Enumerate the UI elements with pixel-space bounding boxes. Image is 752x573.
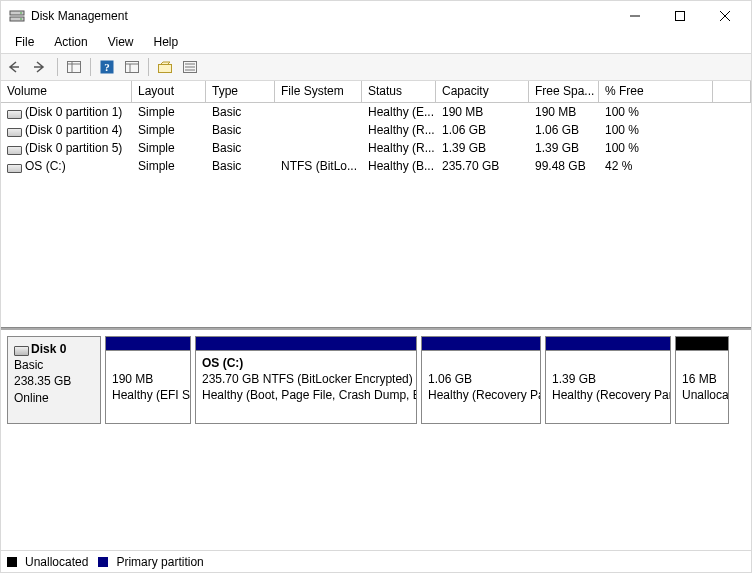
cell-pct: 100 % [599,122,713,138]
cell-status: Healthy (E... [362,104,436,120]
close-button[interactable] [702,2,747,30]
svg-point-2 [20,12,22,14]
partition-status: Unallocated [682,387,722,403]
app-icon [9,8,25,24]
cell-fs [275,147,362,149]
volume-list[interactable]: Volume Layout Type File System Status Ca… [1,81,751,328]
partition-status: Healthy (Recovery Partition) [552,387,664,403]
show-hide-tree-button[interactable] [63,56,85,78]
partition-title [682,355,722,371]
properties-button[interactable] [179,56,201,78]
col-volume[interactable]: Volume [1,81,132,103]
cell-layout: Simple [132,158,206,174]
partition-size: 235.70 GB NTFS (BitLocker Encrypted) [202,371,410,387]
cell-layout: Simple [132,104,206,120]
col-capacity[interactable]: Capacity [436,81,529,103]
list-header[interactable]: Volume Layout Type File System Status Ca… [1,81,751,103]
disk-row: Disk 0 Basic 238.35 GB Online 190 MBHeal… [1,330,751,430]
svg-rect-0 [10,11,24,15]
disk-info[interactable]: Disk 0 Basic 238.35 GB Online [7,336,101,424]
partition[interactable]: OS (C:)235.70 GB NTFS (BitLocker Encrypt… [195,336,417,424]
drive-icon [7,162,21,172]
partition-size: 1.06 GB [428,371,534,387]
disk-type: Basic [14,357,94,373]
col-pct[interactable]: % Free [599,81,713,103]
cell-volume: (Disk 0 partition 4) [25,123,122,137]
legend: Unallocated Primary partition [1,550,751,572]
cell-pct: 100 % [599,140,713,156]
partition-band [676,337,728,351]
cell-capacity: 1.39 GB [436,140,529,156]
cell-fs [275,111,362,113]
col-rest[interactable] [713,81,751,103]
disk-icon [14,345,28,355]
cell-fs: NTFS (BitLo... [275,158,362,174]
drive-icon [7,126,21,136]
svg-text:?: ? [104,61,110,73]
cell-volume: OS (C:) [25,159,66,173]
menu-action[interactable]: Action [44,33,97,51]
cell-pct: 100 % [599,104,713,120]
cell-capacity: 235.70 GB [436,158,529,174]
cell-layout: Simple [132,122,206,138]
partition[interactable]: 1.39 GBHealthy (Recovery Partition) [545,336,671,424]
partition-size: 1.39 GB [552,371,664,387]
col-layout[interactable]: Layout [132,81,206,103]
forward-button[interactable] [30,56,52,78]
table-row[interactable]: (Disk 0 partition 1)SimpleBasicHealthy (… [1,103,751,121]
menubar: File Action View Help [1,31,751,53]
menu-file[interactable]: File [5,33,44,51]
window-title: Disk Management [31,9,612,23]
disk-name: Disk 0 [31,342,66,356]
cell-type: Basic [206,158,275,174]
toolbar-separator [90,58,91,76]
partition[interactable]: 190 MBHealthy (EFI System Partition) [105,336,191,424]
swatch-primary [98,557,108,567]
cell-volume: (Disk 0 partition 1) [25,105,122,119]
table-row[interactable]: (Disk 0 partition 5)SimpleBasicHealthy (… [1,139,751,157]
col-status[interactable]: Status [362,81,436,103]
maximize-button[interactable] [657,2,702,30]
disk-size: 238.35 GB [14,373,94,389]
col-fs[interactable]: File System [275,81,362,103]
cell-layout: Simple [132,140,206,156]
cell-status: Healthy (R... [362,122,436,138]
table-row[interactable]: OS (C:)SimpleBasicNTFS (BitLo...Healthy … [1,157,751,175]
svg-rect-13 [126,62,139,73]
toolbar-separator [57,58,58,76]
col-type[interactable]: Type [206,81,275,103]
menu-view[interactable]: View [98,33,144,51]
cell-free: 99.48 GB [529,158,599,174]
svg-rect-16 [159,65,172,73]
cell-capacity: 1.06 GB [436,122,529,138]
table-row[interactable]: (Disk 0 partition 4)SimpleBasicHealthy (… [1,121,751,139]
svg-rect-5 [675,12,684,21]
cell-type: Basic [206,122,275,138]
col-free[interactable]: Free Spa... [529,81,599,103]
partition-status: Healthy (Boot, Page File, Crash Dump, Ba… [202,387,410,403]
cell-free: 1.06 GB [529,122,599,138]
refresh-button[interactable] [154,56,176,78]
partition-size: 16 MB [682,371,722,387]
partition-band [546,337,670,351]
partition-unallocated[interactable]: 16 MBUnallocated [675,336,729,424]
partition[interactable]: 1.06 GBHealthy (Recovery Partition) [421,336,541,424]
cell-pct: 42 % [599,158,713,174]
legend-unallocated: Unallocated [25,555,88,569]
menu-help[interactable]: Help [144,33,189,51]
minimize-button[interactable] [612,2,657,30]
cell-type: Basic [206,140,275,156]
cell-capacity: 190 MB [436,104,529,120]
settings-button[interactable] [121,56,143,78]
back-button[interactable] [5,56,27,78]
disk-state: Online [14,390,94,406]
partition-title [112,355,184,371]
legend-primary: Primary partition [116,555,203,569]
partition-status: Healthy (Recovery Partition) [428,387,534,403]
disk-graphic-pane: Disk 0 Basic 238.35 GB Online 190 MBHeal… [1,328,751,550]
partition-band [196,337,416,351]
svg-point-3 [20,18,22,20]
partition-title: OS (C:) [202,355,410,371]
help-button[interactable]: ? [96,56,118,78]
cell-volume: (Disk 0 partition 5) [25,141,122,155]
